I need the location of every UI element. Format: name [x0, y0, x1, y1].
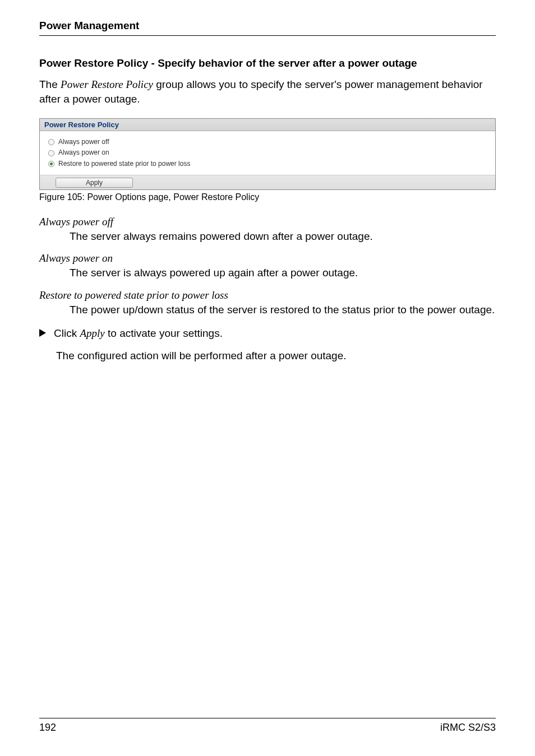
def-term-off: Always power off [39, 216, 496, 228]
radio-unselected-icon [48, 150, 55, 157]
page-footer: 192 iRMC S2/S3 [39, 718, 496, 734]
radio-label-off: Always power off [58, 137, 109, 147]
svg-marker-4 [39, 329, 46, 337]
radio-option-always-on[interactable]: Always power on [48, 147, 487, 158]
power-restore-panel: Power Restore Policy Always power off Al… [39, 118, 496, 190]
def-body-restore: The power up/down status of the server i… [70, 303, 496, 317]
header-rule [39, 35, 496, 36]
panel-footer: Apply [40, 175, 495, 189]
def-body-on: The server is always powered up again af… [70, 266, 496, 280]
panel-body: Always power off Always power on Restore… [40, 131, 495, 175]
radio-unselected-icon [48, 138, 55, 146]
radio-label-on: Always power on [58, 147, 109, 158]
doc-ref: iRMC S2/S3 [440, 722, 496, 734]
radio-option-always-off[interactable]: Always power off [48, 137, 487, 147]
intro-prefix: The [39, 78, 61, 90]
click-italic: Apply [80, 327, 104, 339]
svg-point-0 [48, 140, 54, 145]
radio-option-restore[interactable]: Restore to powered state prior to power … [48, 159, 487, 169]
instruction-text: Click Apply to activate your settings. [54, 326, 223, 341]
section-header: Power Management [39, 20, 496, 32]
figure-caption: Figure 105: Power Options page, Power Re… [39, 192, 496, 202]
panel-title: Power Restore Policy [40, 119, 495, 131]
apply-button[interactable]: Apply [56, 178, 133, 188]
def-body-off: The server always remains powered down a… [70, 229, 496, 244]
click-prefix: Click [54, 327, 80, 339]
def-term-on: Always power on [39, 252, 496, 265]
instruction-bullet: Click Apply to activate your settings. [39, 326, 496, 341]
subsection-title: Power Restore Policy - Specify behavior … [39, 57, 496, 69]
page-number: 192 [39, 722, 56, 734]
def-term-restore: Restore to powered state prior to power … [39, 289, 496, 302]
radio-selected-icon [48, 160, 55, 168]
triangle-bullet-icon [39, 329, 46, 337]
footer-rule [39, 718, 496, 718]
click-suffix: to activate your settings. [105, 327, 223, 339]
instruction-result: The configured action will be performed … [56, 349, 496, 364]
intro-italic: Power Restore Policy [61, 78, 153, 90]
svg-point-3 [50, 163, 53, 165]
intro-paragraph: The Power Restore Policy group allows yo… [39, 77, 496, 106]
radio-label-restore: Restore to powered state prior to power … [58, 159, 190, 169]
svg-point-1 [48, 150, 54, 156]
